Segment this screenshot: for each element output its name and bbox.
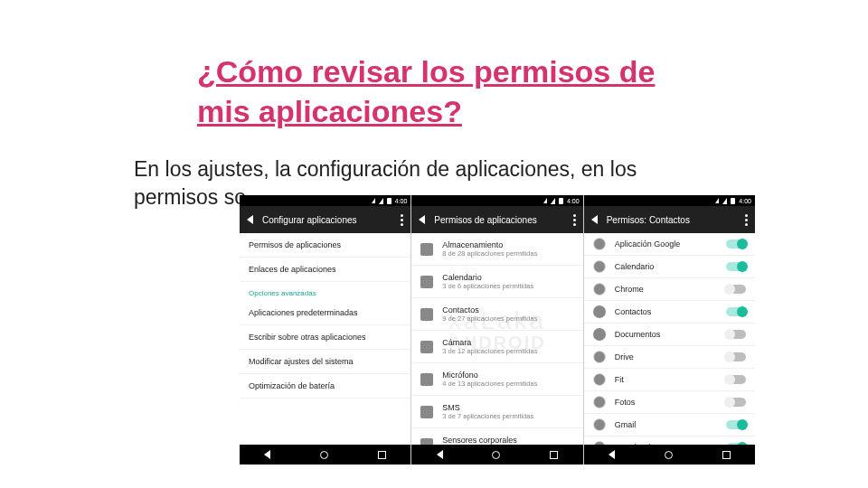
list-item-label: Gmail [615, 420, 637, 429]
mic-icon [420, 373, 433, 386]
list-item[interactable]: Optimización de batería [240, 374, 410, 399]
body-icon [420, 438, 433, 446]
list-item-label: Contactos [442, 305, 537, 314]
list-item[interactable]: Almacenamiento8 de 28 aplicaciones permi… [411, 233, 582, 266]
list-item[interactable]: Google Play Juegos [584, 436, 755, 445]
app-icon [593, 328, 606, 341]
appbar-title: Permisos: Contactos [607, 215, 690, 225]
nav-home-icon[interactable] [492, 451, 500, 459]
phone-configurar-aplicaciones: 4:00 Configurar aplicaciones Permisos de… [240, 195, 410, 465]
list-item-subtitle: 4 de 13 aplicaciones permitidas [442, 380, 537, 388]
nav-home-icon[interactable] [665, 451, 673, 459]
back-icon[interactable] [419, 215, 425, 224]
signal-icon [379, 198, 383, 204]
list-item-label: Calendario [442, 273, 533, 282]
list-item-subtitle: 3 de 12 aplicaciones permitidas [442, 347, 537, 355]
list-item[interactable]: Calendario3 de 6 aplicaciones permitidas [411, 266, 582, 298]
app-icon [593, 305, 606, 318]
list-item[interactable]: Sensores corporales1 de 2 aplicaciones p… [411, 428, 582, 445]
list-item[interactable]: Chrome [584, 278, 755, 301]
list-item-label: Sensores corporales [442, 436, 533, 445]
list-item[interactable]: Enlaces de aplicaciones [240, 258, 410, 282]
list-item-label: Enlaces de aplicaciones [249, 265, 336, 274]
nav-recent-icon[interactable] [378, 451, 386, 459]
permission-toggle[interactable] [726, 375, 746, 384]
permission-toggle[interactable] [726, 239, 746, 249]
permission-toggle[interactable] [726, 330, 746, 339]
list-item[interactable]: Contactos [584, 301, 755, 324]
sms-icon [420, 406, 433, 418]
list-item[interactable]: Cámara3 de 12 aplicaciones permitidas [411, 331, 582, 363]
list-item[interactable]: Fotos [584, 391, 755, 414]
nav-back-icon[interactable] [437, 450, 443, 459]
list-item[interactable]: Drive [584, 346, 755, 369]
nav-recent-icon[interactable] [722, 451, 731, 459]
list-item[interactable]: Documentos [584, 324, 755, 346]
signal-icon [551, 198, 555, 204]
clock: 4:00 [395, 198, 408, 204]
overflow-icon[interactable] [745, 214, 748, 226]
nav-back-icon[interactable] [264, 450, 270, 459]
list-item-label: Calendario [615, 262, 655, 271]
wifi-icon [372, 198, 375, 203]
status-bar: 4:00 [411, 195, 582, 206]
section-header: Opciones avanzadas [240, 282, 410, 301]
list-item-label: Optimización de batería [249, 381, 335, 390]
battery-icon [731, 198, 735, 204]
permission-category-list: Almacenamiento8 de 28 aplicaciones permi… [411, 233, 582, 445]
app-icon [593, 418, 606, 431]
nav-bar [240, 445, 410, 465]
phones-figure: 4:00 Configurar aplicaciones Permisos de… [240, 195, 755, 465]
back-icon[interactable] [247, 215, 253, 224]
calendar-icon [420, 276, 433, 288]
nav-home-icon[interactable] [320, 451, 328, 459]
list-item-label: Documentos [615, 330, 661, 339]
app-bar: Configurar aplicaciones [240, 206, 410, 233]
appbar-title: Configurar aplicaciones [262, 215, 357, 225]
list-item[interactable]: Escribir sobre otras aplicaciones [240, 325, 410, 350]
contacts-icon [420, 308, 433, 321]
permission-toggle[interactable] [726, 420, 746, 429]
app-bar: Permisos de aplicaciones [411, 206, 582, 233]
settings-list: Permisos de aplicacionesEnlaces de aplic… [240, 233, 410, 445]
list-item[interactable]: SMS3 de 7 aplicaciones permitidas [411, 396, 582, 428]
list-item[interactable]: Aplicación Google [584, 233, 755, 256]
battery-icon [387, 198, 392, 204]
list-item-subtitle: 8 de 28 aplicaciones permitidas [442, 249, 537, 258]
overflow-icon[interactable] [401, 214, 403, 226]
back-icon[interactable] [591, 215, 598, 224]
app-icon [593, 283, 606, 296]
permission-toggle[interactable] [726, 352, 746, 361]
list-item[interactable]: Contactos9 de 27 aplicaciones permitidas [411, 298, 582, 331]
wifi-icon [715, 198, 719, 203]
list-item-label: Fotos [615, 398, 636, 407]
overflow-icon[interactable] [573, 214, 576, 226]
slide-title: ¿Cómo revisar los permisos de mis aplica… [197, 52, 703, 131]
status-bar: 4:00 [584, 195, 755, 206]
list-item[interactable]: Gmail [584, 414, 755, 436]
list-item[interactable]: Micrófono4 de 13 aplicaciones permitidas [411, 363, 582, 396]
list-item[interactable]: Fit [584, 369, 755, 391]
app-bar: Permisos: Contactos [584, 206, 755, 233]
list-item[interactable]: Permisos de aplicaciones [240, 233, 410, 258]
list-item-label: Micrófono [442, 371, 537, 380]
permission-toggle[interactable] [726, 285, 746, 294]
list-item-label: Aplicaciones predeterminadas [249, 308, 358, 317]
appbar-title: Permisos de aplicaciones [434, 215, 536, 225]
list-item-subtitle: 9 de 27 aplicaciones permitidas [442, 314, 537, 323]
permission-toggle[interactable] [726, 262, 746, 271]
app-icon [593, 396, 606, 408]
list-item[interactable]: Calendario [584, 256, 755, 278]
app-icon [593, 260, 606, 273]
nav-back-icon[interactable] [609, 450, 615, 459]
nav-recent-icon[interactable] [550, 451, 558, 459]
list-item-label: Chrome [615, 285, 644, 294]
permission-toggle[interactable] [726, 443, 746, 445]
permission-toggle[interactable] [726, 398, 746, 407]
nav-bar [584, 445, 755, 465]
list-item-label: Escribir sobre otras aplicaciones [249, 333, 366, 342]
list-item[interactable]: Aplicaciones predeterminadas [240, 301, 410, 325]
list-item[interactable]: Modificar ajustes del sistema [240, 350, 410, 374]
permission-toggle[interactable] [726, 307, 746, 316]
signal-icon [722, 198, 727, 204]
